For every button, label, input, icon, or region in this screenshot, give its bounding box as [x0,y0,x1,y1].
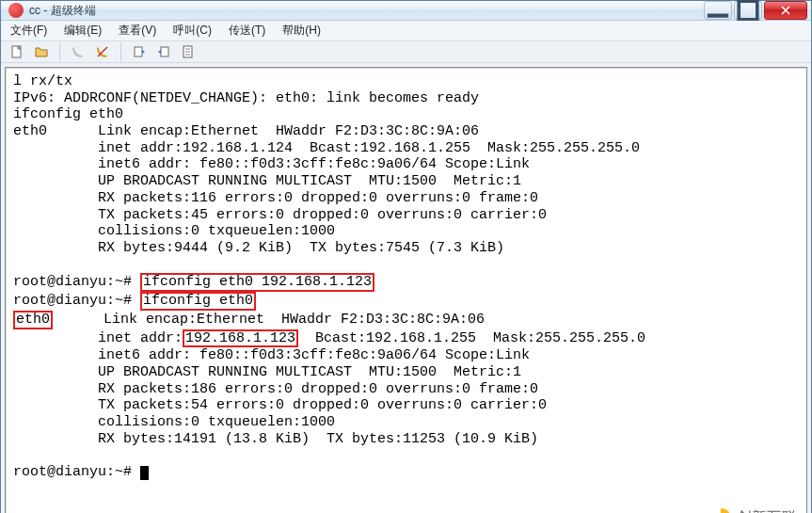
prompt: root@dianyu:~# [13,274,140,290]
term-line: Bcast:192.168.1.255 Mask:255.255.255.0 [298,330,645,346]
term-line: collisions:0 txqueuelen:1000 [13,223,335,239]
term-line: RX bytes:9444 (9.2 KiB) TX bytes:7545 (7… [13,240,504,256]
prompt: root@dianyu:~# [13,293,140,309]
send-button[interactable] [129,41,150,62]
close-button[interactable] [764,1,807,20]
cursor [140,466,149,480]
highlight-cmd-setip: ifconfig eth0 192.168.1.123 [140,273,374,292]
svg-rect-6 [135,47,142,56]
term-line: inet addr:192.168.1.124 Bcast:192.168.1.… [13,140,640,156]
app-window: cc - 超级终端 文件(F) 编辑(E) 查看(V) 呼叫(C) 传送(T) … [0,0,812,513]
term-line: TX packets:45 errors:0 dropped:0 overrun… [13,207,547,223]
menubar: 文件(F) 编辑(E) 查看(V) 呼叫(C) 传送(T) 帮助(H) [1,21,811,41]
term-line: RX packets:186 errors:0 dropped:0 overru… [13,381,538,397]
terminal-container: l rx/tx IPv6: ADDRCONF(NETDEV_CHANGE): e… [1,63,811,513]
receive-button[interactable] [153,41,174,62]
term-line: inet addr: [13,330,183,346]
menu-edit[interactable]: 编辑(E) [60,21,105,40]
send-file-icon [132,44,147,59]
menu-call[interactable]: 呼叫(C) [169,21,215,40]
menu-help[interactable]: 帮助(H) [279,21,325,40]
prompt: root@dianyu:~# [13,464,140,480]
term-line: Link encap:Ethernet HWaddr F2:D3:3C:8C:9… [53,312,485,328]
watermark-text: 创新互联 [737,509,797,513]
svg-rect-1 [739,1,757,20]
term-line: UP BROADCAST RUNNING MULTICAST MTU:1500 … [13,364,521,380]
maximize-button[interactable] [734,1,762,20]
titlebar[interactable]: cc - 超级终端 [1,1,811,21]
open-button[interactable] [31,41,52,62]
term-line: eth0 Link encap:Ethernet HWaddr F2:D3:3C… [13,123,479,139]
window-controls [702,1,807,20]
term-line: UP BROADCAST RUNNING MULTICAST MTU:1500 … [13,173,521,189]
new-button[interactable] [7,41,27,62]
properties-button[interactable] [178,41,199,62]
term-line: inet6 addr: fe80::f0d3:3cff:fe8c:9a06/64… [13,156,530,172]
term-line: collisions:0 txqueuelen:1000 [13,414,335,430]
phone-connect-icon [71,44,86,59]
connect-button [68,41,88,62]
disconnect-button[interactable] [92,41,113,62]
toolbar-separator [59,42,60,61]
open-folder-icon [34,44,49,59]
receive-file-icon [156,44,171,59]
properties-icon [181,44,196,59]
toolbar [1,41,811,63]
watermark: 创新互联 [710,508,797,513]
highlight-cmd-ifconfig: ifconfig eth0 [140,292,256,311]
menu-file[interactable]: 文件(F) [7,21,51,40]
term-line: RX packets:116 errors:0 dropped:0 overru… [13,190,538,206]
menu-view[interactable]: 查看(V) [115,21,160,40]
term-line: inet6 addr: fe80::f0d3:3cff:fe8c:9a06/64… [13,347,530,363]
close-icon [781,6,790,15]
term-line: l rx/tx [13,73,72,89]
term-line: TX packets:54 errors:0 dropped:0 overrun… [13,397,547,413]
term-line: IPv6: ADDRCONF(NETDEV_CHANGE): eth0: lin… [13,90,479,106]
terminal[interactable]: l rx/tx IPv6: ADDRCONF(NETDEV_CHANGE): e… [5,67,807,513]
toolbar-separator [120,42,121,61]
highlight-iface: eth0 [13,311,53,329]
highlight-ip: 192.168.1.123 [183,329,298,348]
app-icon [8,3,24,18]
window-title: cc - 超级终端 [29,3,96,19]
minimize-button[interactable] [704,1,732,20]
phone-disconnect-icon [95,44,110,59]
term-line: ifconfig eth0 [13,106,123,122]
term-line: RX bytes:14191 (13.8 KiB) TX bytes:11253… [13,431,538,447]
new-file-icon [9,44,24,59]
watermark-logo-icon [710,508,731,513]
svg-rect-7 [161,47,168,56]
menu-transfer[interactable]: 传送(T) [225,21,269,40]
